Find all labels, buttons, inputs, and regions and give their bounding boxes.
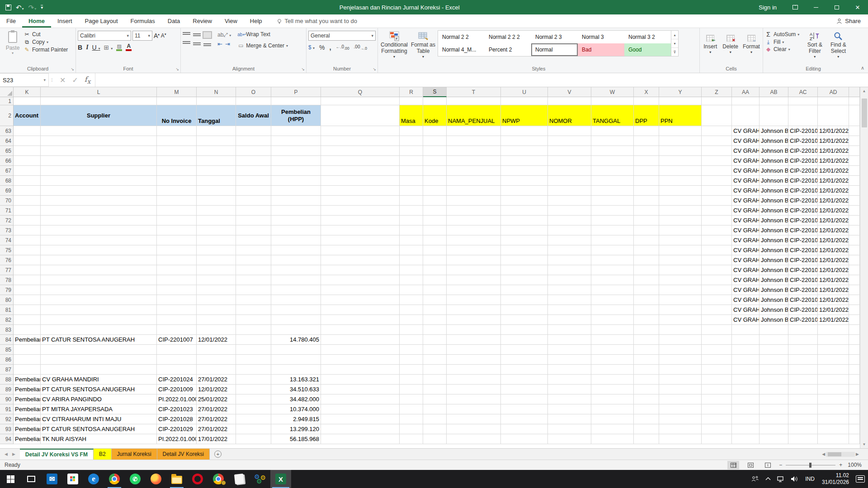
fill-color-icon[interactable]: ▨ xyxy=(116,44,122,51)
cell-T94[interactable] xyxy=(447,434,501,444)
vertical-scrollbar[interactable]: ▲ ▼ xyxy=(860,87,868,448)
cell-Z77[interactable] xyxy=(702,265,732,275)
cell-Q71[interactable] xyxy=(321,206,400,216)
cell-W79[interactable] xyxy=(591,285,634,295)
cell-Y65[interactable] xyxy=(659,146,702,156)
cell-AD84[interactable] xyxy=(818,335,849,345)
cell-S89[interactable] xyxy=(423,385,447,394)
cell-S71[interactable] xyxy=(423,206,447,216)
cell-K2[interactable]: Account xyxy=(14,105,41,126)
cell-X71[interactable] xyxy=(634,206,659,216)
cell-W2[interactable]: TANGGAL xyxy=(591,105,634,126)
name-box-splitter[interactable]: ⁞ xyxy=(49,73,55,87)
cell-P68[interactable] xyxy=(271,176,321,186)
cell-Y83[interactable] xyxy=(659,325,702,335)
row-header-68[interactable]: 68 xyxy=(0,176,14,186)
row-header-67[interactable]: 67 xyxy=(0,166,14,176)
cell-R77[interactable] xyxy=(400,265,423,275)
cell-X93[interactable] xyxy=(634,424,659,434)
cell-V76[interactable] xyxy=(548,255,591,265)
ribbon-tab-data[interactable]: Data xyxy=(161,14,186,28)
cell-R76[interactable] xyxy=(400,255,423,265)
cell-M64[interactable] xyxy=(157,136,197,146)
cell-AB63[interactable]: Johnson Ba xyxy=(760,126,788,136)
cell-X72[interactable] xyxy=(634,216,659,225)
cell-K91[interactable]: Pembelian xyxy=(14,404,41,414)
cell-X78[interactable] xyxy=(634,275,659,285)
cell-P84[interactable]: 14.780.405 xyxy=(271,335,321,345)
cell-Y70[interactable] xyxy=(659,196,702,206)
cell-V72[interactable] xyxy=(548,216,591,225)
cell-Q92[interactable] xyxy=(321,414,400,424)
cell-O92[interactable] xyxy=(236,414,271,424)
cell-P90[interactable]: 34.482.000 xyxy=(271,394,321,404)
cell-P63[interactable] xyxy=(271,126,321,136)
save-icon[interactable] xyxy=(5,5,11,10)
cell-Z71[interactable] xyxy=(702,206,732,216)
cell-R82[interactable] xyxy=(400,315,423,325)
row-header-90[interactable]: 90 xyxy=(0,394,14,404)
cell-P82[interactable] xyxy=(271,315,321,325)
cell-V94[interactable] xyxy=(548,434,591,444)
horizontal-scroll-thumb[interactable] xyxy=(828,452,841,456)
cell-K82[interactable] xyxy=(14,315,41,325)
cell-O91[interactable] xyxy=(236,404,271,414)
cell-R63[interactable] xyxy=(400,126,423,136)
cell-AC86[interactable] xyxy=(788,355,818,365)
sort-filter-button[interactable]: AZ Sort & Filter▾ xyxy=(803,29,826,59)
cell-AC90[interactable] xyxy=(788,394,818,404)
cell-Z83[interactable] xyxy=(702,325,732,335)
cell-X92[interactable] xyxy=(634,414,659,424)
cell-AA68[interactable]: CV GRAHA xyxy=(732,176,760,186)
cell-W74[interactable] xyxy=(591,235,634,245)
cell-Q80[interactable] xyxy=(321,295,400,305)
cell-L87[interactable] xyxy=(41,365,157,375)
cell-X91[interactable] xyxy=(634,404,659,414)
ribbon-tab-review[interactable]: Review xyxy=(186,14,218,28)
taskbar-task-view-icon[interactable] xyxy=(21,470,42,488)
cell-AB67[interactable]: Johnson Ba xyxy=(760,166,788,176)
cell-AD70[interactable]: 12/01/2022 xyxy=(818,196,849,206)
cell-Q68[interactable] xyxy=(321,176,400,186)
cell-M67[interactable] xyxy=(157,166,197,176)
cell-M71[interactable] xyxy=(157,206,197,216)
cell-AC85[interactable] xyxy=(788,345,818,355)
cell-P76[interactable] xyxy=(271,255,321,265)
clipboard-dialog-launcher-icon[interactable]: ↘ xyxy=(71,67,74,71)
cell-AA80[interactable]: CV GRAHA xyxy=(732,295,760,305)
cell-O84[interactable] xyxy=(236,335,271,345)
cell-O74[interactable] xyxy=(236,235,271,245)
row-header-92[interactable]: 92 xyxy=(0,414,14,424)
middle-align-icon[interactable] xyxy=(193,32,201,38)
cell-W73[interactable] xyxy=(591,225,634,235)
cell-X73[interactable] xyxy=(634,225,659,235)
cell-Q66[interactable] xyxy=(321,156,400,166)
cell-X83[interactable] xyxy=(634,325,659,335)
cell-Q2[interactable] xyxy=(321,105,400,126)
cell-P65[interactable] xyxy=(271,146,321,156)
cell-Y78[interactable] xyxy=(659,275,702,285)
cell-R72[interactable] xyxy=(400,216,423,225)
cell-AA64[interactable]: CV GRAHA xyxy=(732,136,760,146)
cell-Q93[interactable] xyxy=(321,424,400,434)
cell-P66[interactable] xyxy=(271,156,321,166)
cell-AB82[interactable]: Johnson Ba xyxy=(760,315,788,325)
cell-N90[interactable]: 25/01/2022 xyxy=(197,394,236,404)
row-header-66[interactable]: 66 xyxy=(0,156,14,166)
cell-Z70[interactable] xyxy=(702,196,732,206)
cell-Y93[interactable] xyxy=(659,424,702,434)
cell-N87[interactable] xyxy=(197,365,236,375)
cell-U92[interactable] xyxy=(501,414,548,424)
cell-W64[interactable] xyxy=(591,136,634,146)
cell-Z90[interactable] xyxy=(702,394,732,404)
column-header-v[interactable]: V xyxy=(548,87,591,97)
zoom-slider[interactable]: − + xyxy=(779,462,842,468)
cell-U67[interactable] xyxy=(501,166,548,176)
cell-K90[interactable]: Pembelian xyxy=(14,394,41,404)
taskbar-chrome-icon[interactable] xyxy=(104,470,125,488)
cell-T86[interactable] xyxy=(447,355,501,365)
cell-K66[interactable] xyxy=(14,156,41,166)
cell-U65[interactable] xyxy=(501,146,548,156)
cell-N63[interactable] xyxy=(197,126,236,136)
cell-M73[interactable] xyxy=(157,225,197,235)
